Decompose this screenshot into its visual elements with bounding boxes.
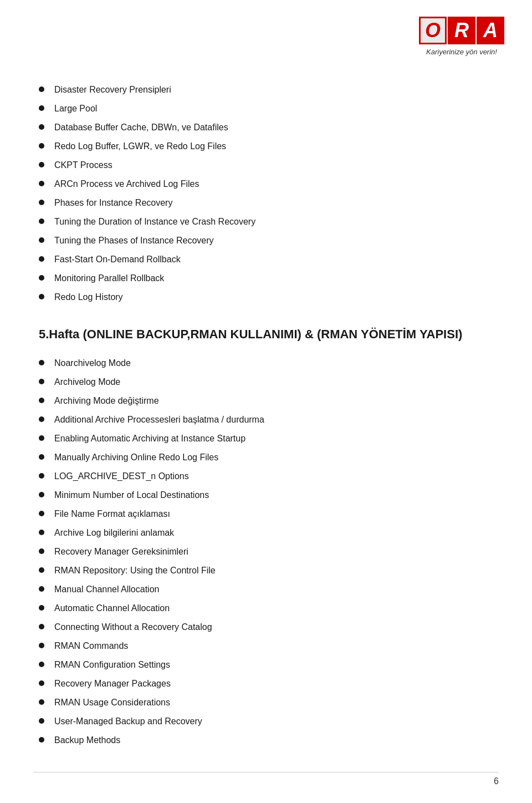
bullet-dot [39,124,44,130]
list-item: Archiving Mode değiştirme [39,394,493,408]
bullet-dot [39,548,44,554]
list-item-text: Redo Log Buffer, LGWR, ve Redo Log Files [54,140,226,153]
list-item-text: Fast-Start On-Demand Rollback [54,253,181,266]
logo-letter-o: O [419,17,447,44]
list-item: Archivelog Mode [39,375,493,389]
list-item: Noarchivelog Mode [39,357,493,370]
list-item-text: RMAN Repository: Using the Control File [54,564,216,577]
logo-letter-r: R [448,17,475,44]
logo-brand: O R A [419,17,504,44]
bullet-dot [39,200,44,205]
list-item: Archive Log bilgilerini anlamak [39,526,493,540]
bullet-dot [39,473,44,479]
list-item-text: RMAN Configuration Settings [54,658,170,672]
bullet-dot [39,87,44,92]
list-item-text: Recovery Manager Gereksinimleri [54,545,188,558]
list-item: Automatic Channel Allocation [39,602,493,615]
list-item: Tuning the Phases of Instance Recovery [39,234,493,247]
bullet-dot [39,624,44,629]
bullet-dot [39,586,44,592]
bullet-dot [39,256,44,262]
bullet-dot [39,143,44,149]
bullet-dot [39,530,44,535]
list-item-text: Manually Archiving Online Redo Log Files [54,451,218,464]
section2-heading: 5.Hafta (ONLINE BACKUP,RMAN KULLANIMI) &… [39,326,493,343]
list-item: RMAN Usage Considerations [39,696,493,709]
list-item-text: ARCn Process ve Archived Log Files [54,177,199,191]
list-item-text: RMAN Usage Considerations [54,696,170,709]
bullet-dot [39,181,44,186]
list-item-text: Tuning the Phases of Instance Recovery [54,234,214,247]
bullet-dot [39,105,44,111]
list-item: ARCn Process ve Archived Log Files [39,177,493,191]
bullet-dot [39,237,44,243]
list-item-text: Archive Log bilgilerini anlamak [54,526,174,540]
bullet-dot [39,662,44,667]
bullet-dot [39,398,44,403]
bullet-dot [39,567,44,573]
list-item: RMAN Repository: Using the Control File [39,564,493,577]
list-item: Recovery Manager Packages [39,677,493,690]
list-item-text: RMAN Commands [54,639,128,653]
list-item: Large Pool [39,102,493,115]
bottom-divider [33,772,499,772]
bullet-dot [39,379,44,384]
list-item-text: Redo Log History [54,291,123,304]
section2-list: Noarchivelog ModeArchivelog ModeArchivin… [39,357,493,747]
list-item-text: Minimum Number of Local Destinations [54,489,209,502]
list-item: Redo Log Buffer, LGWR, ve Redo Log Files [39,140,493,153]
list-item-text: CKPT Process [54,159,112,172]
bullet-dot [39,680,44,686]
logo-tagline: Kariyerinize yön verin! [419,48,504,56]
list-item-text: Noarchivelog Mode [54,357,131,370]
bullet-dot [39,435,44,441]
list-item-text: Archiving Mode değiştirme [54,394,159,408]
list-item-text: Automatic Channel Allocation [54,602,170,615]
list-item-text: Phases for Instance Recovery [54,196,172,210]
list-item-text: Connecting Without a Recovery Catalog [54,621,212,634]
list-item: Monitoring Parallel Rollback [39,272,493,285]
bullet-dot [39,454,44,460]
page-number: 6 [494,776,499,786]
list-item-text: File Name Format açıklaması [54,507,170,521]
bullet-dot [39,360,44,365]
list-item-text: Recovery Manager Packages [54,677,171,690]
list-item: Redo Log History [39,291,493,304]
list-item: LOG_ARCHIVE_DEST_n Options [39,470,493,483]
bullet-dot [39,492,44,497]
list-item: Tuning the Duration of Instance ve Crash… [39,215,493,228]
logo-box: O R A [419,17,504,44]
bullet-dot [39,605,44,611]
list-item-text: Manual Channel Allocation [54,583,159,596]
list-item: Enabling Automatic Archiving at Instance… [39,432,493,445]
list-item: RMAN Configuration Settings [39,658,493,672]
list-item-text: Disaster Recovery Prensipleri [54,83,171,96]
list-item-text: LOG_ARCHIVE_DEST_n Options [54,470,189,483]
bullet-dot [39,718,44,724]
list-item-text: Backup Methods [54,734,120,747]
list-item: Additional Archive Processesleri başlatm… [39,413,493,426]
list-item: Disaster Recovery Prensipleri [39,83,493,96]
list-item: Database Buffer Cache, DBWn, ve Datafile… [39,121,493,134]
list-item: Minimum Number of Local Destinations [39,489,493,502]
list-item: Phases for Instance Recovery [39,196,493,210]
list-item-text: Enabling Automatic Archiving at Instance… [54,432,245,445]
section1-list: Disaster Recovery PrensipleriLarge PoolD… [39,83,493,304]
list-item-text: Database Buffer Cache, DBWn, ve Datafile… [54,121,228,134]
list-item: User-Managed Backup and Recovery [39,715,493,728]
list-item-text: Large Pool [54,102,97,115]
bullet-dot [39,643,44,648]
main-content: Disaster Recovery PrensipleriLarge PoolD… [39,83,493,747]
bullet-dot [39,699,44,705]
list-item: RMAN Commands [39,639,493,653]
list-item: File Name Format açıklaması [39,507,493,521]
bullet-dot [39,737,44,743]
list-item: Manual Channel Allocation [39,583,493,596]
bullet-dot [39,162,44,167]
list-item: Recovery Manager Gereksinimleri [39,545,493,558]
bullet-dot [39,275,44,281]
list-item-text: Tuning the Duration of Instance ve Crash… [54,215,255,228]
list-item: Backup Methods [39,734,493,747]
list-item-text: Archivelog Mode [54,375,120,389]
page-container: O R A Kariyerinize yön verin! Disaster R… [0,0,532,803]
